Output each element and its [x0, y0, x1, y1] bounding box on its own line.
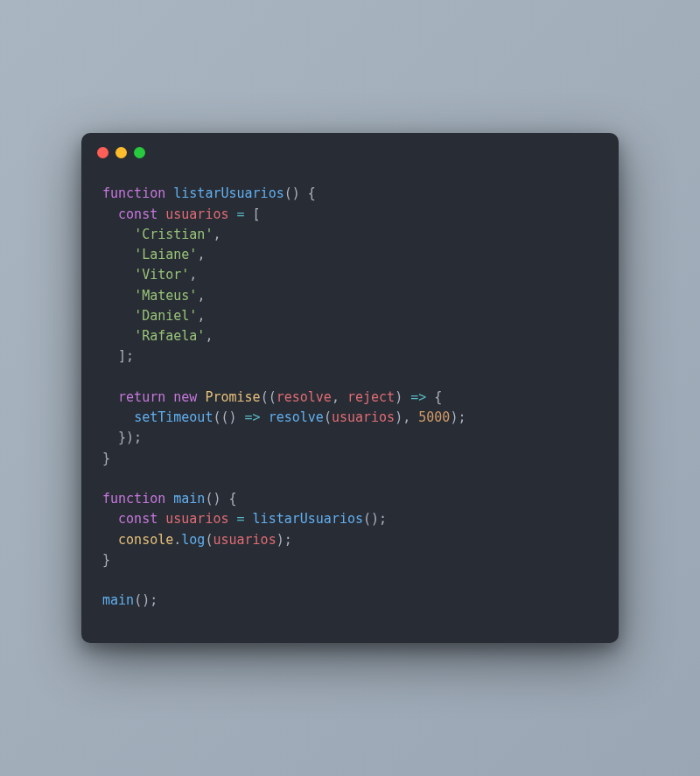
- string-literal: 'Cristian': [134, 227, 213, 242]
- function-call: resolve: [269, 409, 324, 425]
- property-name: log: [181, 532, 205, 548]
- minimize-icon[interactable]: [116, 147, 127, 158]
- punctuation: .: [173, 532, 181, 548]
- class-name: Promise: [205, 389, 260, 405]
- punctuation: }: [102, 552, 110, 568]
- punctuation: ();: [134, 592, 158, 608]
- punctuation: ),: [395, 409, 418, 425]
- punctuation: ): [395, 389, 402, 405]
- code-line: setTimeout(() => resolve(usuarios), 5000…: [102, 408, 598, 428]
- code-line: return new Promise((resolve, reject) => …: [102, 388, 598, 408]
- titlebar: [81, 133, 619, 171]
- function-name: main: [173, 491, 205, 507]
- string-literal: 'Mateus': [134, 288, 197, 304]
- code-line: ];: [102, 346, 598, 367]
- string-literal: 'Rafaela': [134, 328, 205, 344]
- string-literal: 'Daniel': [134, 308, 197, 324]
- keyword-function: function: [102, 491, 165, 507]
- code-line: const usuarios = listarUsuarios();: [102, 509, 598, 529]
- code-line: [102, 570, 598, 591]
- function-name: listarUsuarios: [173, 185, 284, 201]
- close-icon[interactable]: [97, 147, 108, 158]
- code-line: 'Laiane',: [102, 245, 598, 265]
- keyword-const: const: [118, 206, 158, 222]
- function-call: listarUsuarios: [253, 511, 363, 527]
- identifier: reject: [347, 389, 395, 405]
- code-line: 'Rafaela',: [102, 326, 598, 346]
- punctuation: ,: [197, 247, 205, 262]
- code-line: main();: [102, 591, 598, 611]
- punctuation: ,: [332, 389, 347, 405]
- operator: =: [237, 511, 245, 527]
- punctuation: () {: [284, 185, 316, 201]
- keyword-function: function: [102, 185, 165, 201]
- code-line: console.log(usuarios);: [102, 530, 598, 550]
- keyword-return: return: [118, 389, 165, 405]
- code-line: 'Daniel',: [102, 306, 598, 326]
- punctuation: ();: [363, 511, 387, 527]
- code-line: function main() {: [102, 489, 598, 509]
- identifier: usuarios: [332, 409, 395, 425]
- code-line: }: [102, 550, 598, 570]
- punctuation: ((: [261, 389, 276, 405]
- punctuation: ];: [118, 348, 134, 364]
- code-line: 'Mateus',: [102, 286, 598, 306]
- object-name: console: [118, 532, 173, 548]
- code-line: 'Cristian',: [102, 225, 598, 245]
- punctuation: });: [118, 430, 142, 445]
- identifier: usuarios: [213, 532, 276, 548]
- code-line: }: [102, 449, 598, 469]
- operator: =: [237, 206, 245, 222]
- zoom-icon[interactable]: [134, 147, 145, 158]
- identifier: resolve: [276, 389, 332, 405]
- identifier: usuarios: [165, 511, 228, 527]
- function-call: main: [102, 592, 134, 608]
- code-line: [102, 469, 598, 489]
- punctuation: ,: [205, 328, 213, 344]
- code-line: 'Vitor',: [102, 265, 598, 285]
- keyword-const: const: [118, 511, 158, 527]
- number-literal: 5000: [418, 409, 450, 425]
- punctuation: {: [434, 389, 442, 405]
- code-line: const usuarios = [: [102, 205, 598, 225]
- punctuation: [: [253, 206, 261, 222]
- punctuation: ((): [213, 409, 236, 425]
- punctuation: );: [450, 409, 466, 425]
- code-window: function listarUsuarios() { const usuari…: [81, 133, 619, 642]
- code-editor[interactable]: function listarUsuarios() { const usuari…: [81, 171, 619, 618]
- code-line: });: [102, 428, 598, 448]
- identifier: usuarios: [165, 206, 228, 222]
- code-line: function listarUsuarios() {: [102, 184, 598, 204]
- punctuation: () {: [205, 491, 236, 507]
- function-call: setTimeout: [134, 409, 213, 425]
- punctuation: (: [324, 409, 332, 425]
- punctuation: ,: [197, 288, 205, 304]
- punctuation: ,: [189, 267, 197, 283]
- keyword-new: new: [173, 389, 197, 405]
- punctuation: ,: [213, 227, 220, 242]
- punctuation: }: [102, 451, 110, 466]
- punctuation: ,: [197, 308, 205, 324]
- string-literal: 'Vitor': [134, 267, 189, 283]
- code-line: [102, 367, 598, 388]
- operator: =>: [245, 409, 261, 425]
- operator: =>: [410, 389, 426, 405]
- string-literal: 'Laiane': [134, 247, 197, 262]
- punctuation: );: [276, 532, 292, 548]
